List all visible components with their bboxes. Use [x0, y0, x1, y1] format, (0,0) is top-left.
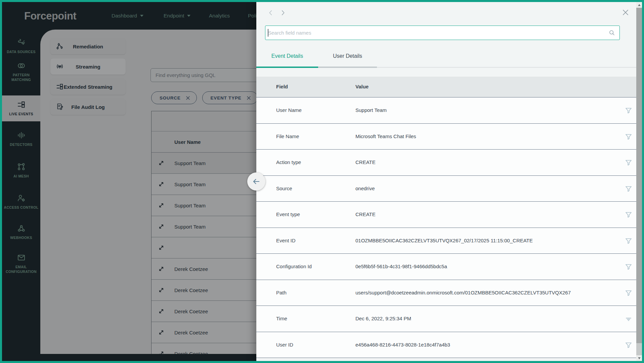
- field-value: Support Team: [355, 107, 387, 113]
- field-column-header: Field: [276, 84, 288, 89]
- field-table-header: Field Value: [256, 77, 642, 97]
- field-name: File Name: [276, 133, 299, 139]
- field-name: Path: [276, 290, 287, 295]
- field-value: CREATE: [355, 211, 376, 217]
- field-row: Event typeCREATE: [256, 202, 642, 228]
- field-row: File NameMicrosoft Teams Chat Files: [256, 124, 642, 150]
- scroll-down-button[interactable]: [636, 355, 642, 361]
- collapse-drawer-button[interactable]: [247, 172, 265, 191]
- field-name: Time: [276, 316, 287, 321]
- filter-sort-icon[interactable]: [625, 315, 633, 323]
- filter-funnel-icon[interactable]: [625, 289, 633, 297]
- field-value: e456a468-8216-4473-8028-1e18c4f7a4b3: [355, 342, 450, 348]
- field-row: User NameSupport Team: [256, 97, 642, 124]
- filter-funnel-icon[interactable]: [625, 107, 633, 115]
- modal-dim-overlay: [2, 2, 256, 361]
- vertical-scrollbar[interactable]: [636, 2, 642, 361]
- tab-user-details[interactable]: User Details: [318, 46, 377, 67]
- previous-event-icon[interactable]: [267, 9, 274, 17]
- field-row: Configuration Id0e5f6b5f-561b-4c31-98f1-…: [256, 254, 642, 280]
- triangle-up-icon: [638, 4, 641, 6]
- filter-funnel-icon[interactable]: [625, 237, 633, 245]
- field-value: 01OZMBBE5OIICAC362CZELVT35UTVQX267_02/17…: [355, 238, 533, 243]
- field-value: Dec 6, 2022, 9:25:34 PM: [355, 316, 411, 321]
- field-value: users/support@dcoetzeeadmin.onmicrosoft.…: [355, 290, 571, 295]
- field-name: User ID: [276, 342, 293, 348]
- field-table-rows: User NameSupport TeamFile NameMicrosoft …: [256, 97, 642, 358]
- field-value: 0e5f6b5f-561b-4c31-98f1-9466dd5bdc5a: [355, 264, 447, 269]
- tab-label: Event Details: [271, 53, 303, 59]
- scrollbar-thumb[interactable]: [636, 8, 642, 343]
- field-row: Action typeCREATE: [256, 150, 642, 176]
- field-name: Event type: [276, 211, 300, 217]
- field-value: CREATE: [355, 159, 376, 165]
- value-column-header: Value: [355, 84, 369, 89]
- field-search: [265, 26, 620, 40]
- field-name: Event ID: [276, 238, 296, 243]
- app-window: Forcepoint DashboardEndpointAnalyticsPol…: [2, 2, 642, 361]
- arrow-left-icon: [252, 177, 261, 186]
- tabs-divider: [377, 67, 642, 68]
- field-row: TimeDec 6, 2022, 9:25:34 PM: [256, 306, 642, 332]
- tab-event-details[interactable]: Event Details: [256, 46, 318, 67]
- field-row: Pathusers/support@dcoetzeeadmin.onmicros…: [256, 280, 642, 306]
- search-icon: [608, 29, 615, 36]
- field-value: onedrive: [355, 186, 375, 191]
- field-name: User Name: [276, 107, 302, 113]
- field-name: Action type: [276, 159, 301, 165]
- field-row: User IDe456a468-8216-4473-8028-1e18c4f7a…: [256, 332, 642, 358]
- filter-funnel-icon[interactable]: [625, 133, 633, 141]
- field-name: Configuration Id: [276, 264, 312, 269]
- tab-label: User Details: [333, 53, 362, 59]
- scroll-up-button[interactable]: [636, 2, 642, 8]
- filter-funnel-icon[interactable]: [625, 263, 633, 271]
- field-row: Event ID01OZMBBE5OIICAC362CZELVT35UTVQX2…: [256, 228, 642, 254]
- filter-funnel-icon[interactable]: [625, 211, 633, 219]
- field-row: Sourceonedrive: [256, 176, 642, 202]
- field-value: Microsoft Teams Chat Files: [355, 133, 416, 139]
- filter-funnel-icon[interactable]: [625, 185, 633, 193]
- close-icon[interactable]: [621, 8, 630, 17]
- event-detail-drawer: Event DetailsUser Details Field Value Us…: [256, 2, 642, 361]
- page: Forcepoint DashboardEndpointAnalyticsPol…: [0, 0, 644, 363]
- active-tab-underline: [256, 67, 318, 68]
- next-event-icon[interactable]: [279, 9, 287, 17]
- filter-funnel-icon[interactable]: [625, 341, 633, 349]
- field-search-input[interactable]: [265, 26, 619, 40]
- triangle-down-icon: [638, 357, 641, 359]
- inactive-tab-underline: [318, 67, 377, 68]
- field-name: Source: [276, 186, 292, 191]
- drawer-tabs: Event DetailsUser Details: [256, 46, 642, 68]
- filter-funnel-icon[interactable]: [625, 159, 633, 167]
